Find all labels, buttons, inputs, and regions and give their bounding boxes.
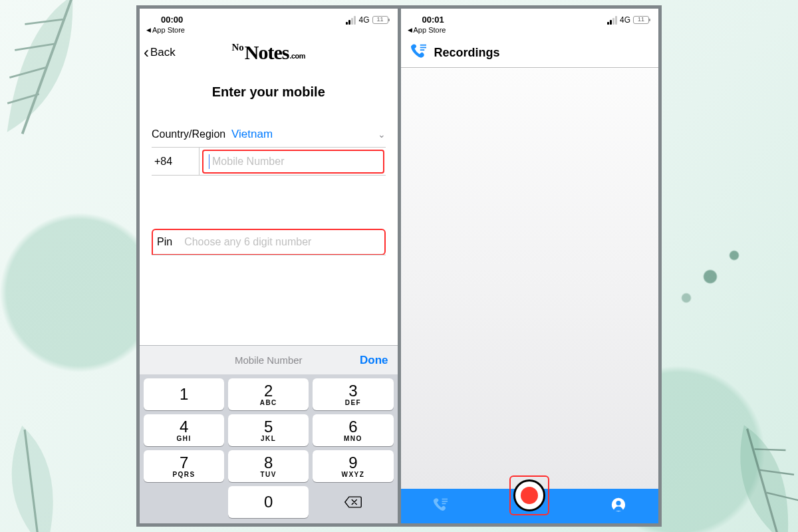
- pin-label: Pin: [157, 236, 172, 248]
- key-2[interactable]: 2ABC: [228, 378, 309, 410]
- backspace-icon: [344, 495, 362, 509]
- tab-profile[interactable]: [610, 497, 627, 515]
- recordings-header: Recordings: [401, 38, 659, 67]
- recordings-title: Recordings: [434, 46, 500, 60]
- network-label: 4G: [620, 15, 630, 25]
- key-7[interactable]: 7PQRS: [144, 450, 224, 482]
- decorative-leaf: [690, 405, 798, 532]
- key-5[interactable]: 5JKL: [228, 414, 309, 446]
- page-title: Enter your mobile: [152, 84, 386, 100]
- key-backspace[interactable]: [313, 486, 393, 518]
- app-logo: No Notes .com: [140, 43, 398, 63]
- key-8[interactable]: 8TUV: [228, 450, 309, 482]
- comparison-frame: 00:00 4G 11 ◀ App Store ‹ Back No Notes …: [136, 5, 662, 527]
- key-3[interactable]: 3DEF: [313, 378, 393, 410]
- svg-rect-2: [420, 49, 424, 51]
- svg-point-7: [616, 501, 621, 505]
- back-to-appstore[interactable]: ◀ App Store: [401, 25, 659, 38]
- svg-rect-3: [442, 499, 448, 500]
- country-region-selector[interactable]: Country/Region Vietnam ⌄: [152, 121, 386, 148]
- record-button[interactable]: [511, 477, 548, 514]
- nav-bar: ‹ Back No Notes .com: [140, 38, 398, 67]
- battery-icon: 11: [372, 16, 388, 24]
- numeric-keypad: 1 2ABC 3DEF 4GHI 5JKL 6MNO 7PQRS 8TUV 9W…: [140, 374, 398, 523]
- keyboard-field-label: Mobile Number: [235, 354, 303, 366]
- key-4[interactable]: 4GHI: [144, 414, 224, 446]
- pin-input[interactable]: Pin Choose any 6 digit number: [152, 229, 386, 255]
- text-caret: [209, 154, 209, 169]
- bottom-tab-bar: [401, 489, 659, 523]
- battery-icon: 11: [633, 16, 649, 24]
- screen-recordings: 00:01 4G 11 ◀ App Store Recordings: [398, 9, 659, 523]
- key-0[interactable]: 0: [228, 486, 309, 518]
- signal-icon: [346, 16, 356, 25]
- key-1[interactable]: 1: [144, 378, 224, 410]
- country-label: Country/Region: [152, 128, 231, 140]
- tab-recordings[interactable]: [432, 497, 449, 515]
- svg-rect-4: [442, 501, 448, 502]
- record-dot-icon: [521, 487, 538, 504]
- status-time: 00:00: [161, 15, 183, 25]
- keyboard-done-button[interactable]: Done: [360, 354, 388, 367]
- decorative-leaf: [0, 0, 135, 167]
- svg-rect-1: [420, 47, 426, 49]
- network-label: 4G: [358, 15, 369, 25]
- chevron-down-icon: ⌄: [378, 129, 386, 140]
- mobile-placeholder: Mobile Number: [212, 156, 284, 168]
- triangle-left-icon: ◀: [146, 27, 151, 33]
- pin-placeholder: Choose any 6 digit number: [172, 236, 380, 248]
- mobile-number-input[interactable]: Mobile Number: [202, 150, 384, 174]
- back-button[interactable]: ‹ Back: [140, 45, 176, 61]
- back-to-appstore[interactable]: ◀ App Store: [140, 25, 398, 38]
- key-blank: [144, 486, 224, 518]
- signal-icon: [607, 16, 617, 25]
- dial-code: +84: [152, 148, 200, 175]
- status-time: 00:01: [422, 15, 444, 25]
- svg-rect-0: [420, 45, 426, 46]
- triangle-left-icon: ◀: [408, 27, 412, 33]
- decorative-leaf: [0, 413, 93, 532]
- svg-rect-5: [442, 503, 446, 504]
- screen-enter-mobile: 00:00 4G 11 ◀ App Store ‹ Back No Notes …: [140, 9, 398, 523]
- keyboard-toolbar: Mobile Number Done: [140, 345, 398, 374]
- chevron-left-icon: ‹: [144, 45, 149, 61]
- status-bar: 00:00 4G 11: [140, 9, 398, 25]
- status-bar: 00:01 4G 11: [401, 9, 659, 25]
- recordings-empty-area: [401, 68, 659, 489]
- phone-transcript-icon: [409, 43, 428, 62]
- country-value: Vietnam: [231, 128, 273, 141]
- key-9[interactable]: 9WXYZ: [313, 450, 393, 482]
- key-6[interactable]: 6MNO: [313, 414, 393, 446]
